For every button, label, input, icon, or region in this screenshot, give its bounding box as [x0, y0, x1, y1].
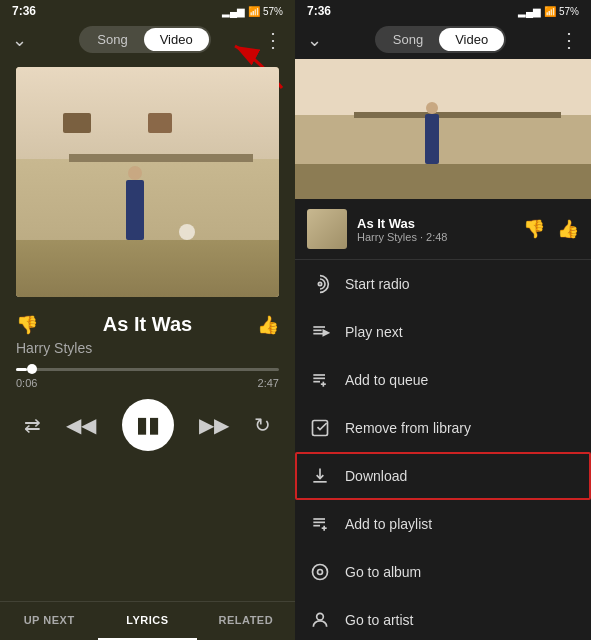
figure: [126, 180, 144, 240]
related-tab[interactable]: RELATED: [197, 602, 295, 640]
menu-item-start-radio[interactable]: Start radio: [295, 260, 591, 308]
video-ceiling: [295, 59, 591, 115]
album-art: [16, 67, 279, 297]
time-total: 2:47: [258, 377, 279, 389]
shelf: [69, 154, 253, 162]
context-menu-list: Start radio Play next: [295, 260, 591, 640]
menu-item-remove-library[interactable]: Remove from library: [295, 404, 591, 452]
svg-marker-5: [323, 330, 328, 335]
battery-icon: 57%: [263, 6, 283, 17]
song-artist: Harry Styles: [0, 340, 295, 364]
tab-switcher: Song Video: [79, 26, 210, 53]
context-menu-header: As It Was Harry Styles · 2:48 👎 👍: [295, 199, 591, 260]
menu-item-play-next[interactable]: Play next: [295, 308, 591, 356]
song-title: As It Was: [103, 313, 192, 336]
room-floor: [16, 240, 279, 298]
svg-point-20: [317, 613, 324, 620]
context-thumbs-down-icon[interactable]: 👎: [523, 218, 545, 240]
menu-item-download[interactable]: Download: [295, 452, 591, 500]
progress-track[interactable]: [16, 368, 279, 371]
context-song-sub: Harry Styles · 2:48: [357, 231, 513, 243]
progress-fill: [16, 368, 27, 371]
right-video-tab[interactable]: Video: [439, 28, 504, 51]
progress-thumb: [27, 364, 37, 374]
room-scene: [16, 67, 279, 297]
right-panel: 7:36 ▂▄▆ 📶 57% ⌄ Song Video ⋮ As It Was …: [295, 0, 591, 640]
left-time: 7:36: [12, 4, 36, 18]
video-shelf: [354, 112, 561, 118]
more-options-button[interactable]: ⋮: [263, 28, 283, 52]
shuffle-icon[interactable]: ⇄: [24, 413, 41, 437]
up-next-tab[interactable]: UP NEXT: [0, 602, 98, 640]
right-time: 7:36: [307, 4, 331, 18]
menu-item-add-playlist[interactable]: Add to playlist: [295, 500, 591, 548]
lamp: [179, 224, 195, 240]
artist-icon: [309, 609, 331, 631]
song-tab[interactable]: Song: [81, 28, 143, 51]
right-chevron-down-icon[interactable]: ⌄: [307, 29, 322, 51]
lyrics-tab[interactable]: LYRICS: [98, 602, 196, 640]
menu-label-go-album: Go to album: [345, 564, 421, 580]
right-song-tab[interactable]: Song: [377, 28, 439, 51]
video-floor: [295, 164, 591, 199]
time-labels: 0:06 2:47: [0, 375, 295, 391]
context-song-info: As It Was Harry Styles · 2:48: [357, 216, 513, 243]
right-tab-switcher: Song Video: [375, 26, 506, 53]
pause-button[interactable]: ▮▮: [122, 399, 174, 451]
playback-controls: ⇄ ◀◀ ▮▮ ▶▶ ↻: [0, 391, 295, 459]
left-status-bar: 7:36 ▂▄▆ 📶 57%: [0, 0, 295, 22]
video-room-scene: [295, 59, 591, 199]
remove-library-icon: [309, 417, 331, 439]
album-icon: [309, 561, 331, 583]
right-signal-icon: ▂▄▆: [518, 6, 541, 17]
menu-label-start-radio: Start radio: [345, 276, 410, 292]
add-playlist-icon: [309, 513, 331, 535]
pause-icon: ▮▮: [136, 412, 160, 438]
right-wifi-icon: 📶: [544, 6, 556, 17]
video-tab[interactable]: Video: [144, 28, 209, 51]
radio-icon: [309, 273, 331, 295]
left-status-icons: ▂▄▆ 📶 57%: [222, 6, 283, 17]
context-thumbs-up-icon[interactable]: 👍: [557, 218, 579, 240]
menu-item-go-album[interactable]: Go to album: [295, 548, 591, 596]
right-top-bar: ⌄ Song Video ⋮: [295, 22, 591, 59]
menu-item-add-queue[interactable]: Add to queue: [295, 356, 591, 404]
previous-icon[interactable]: ◀◀: [66, 413, 96, 437]
context-song-thumbnail: [307, 209, 347, 249]
svg-point-1: [318, 282, 321, 285]
menu-label-go-artist: Go to artist: [345, 612, 413, 628]
shelf-item-2: [148, 113, 172, 133]
menu-item-go-artist[interactable]: Go to artist: [295, 596, 591, 640]
right-more-options-button[interactable]: ⋮: [559, 28, 579, 52]
svg-rect-11: [313, 421, 328, 436]
signal-icon: ▂▄▆: [222, 6, 245, 17]
add-queue-icon: [309, 369, 331, 391]
menu-label-download: Download: [345, 468, 407, 484]
thumbs-down-icon[interactable]: 👎: [16, 314, 38, 336]
thumbs-up-icon[interactable]: 👍: [257, 314, 279, 336]
svg-point-19: [318, 570, 323, 575]
album-art-image: [16, 67, 279, 297]
bottom-tabs: UP NEXT LYRICS RELATED: [0, 601, 295, 640]
menu-label-add-queue: Add to queue: [345, 372, 428, 388]
play-next-icon: [309, 321, 331, 343]
download-icon: [309, 465, 331, 487]
shelf-item: [63, 113, 91, 133]
song-info: 👎 As It Was 👍: [0, 305, 295, 340]
chevron-down-icon[interactable]: ⌄: [12, 29, 27, 51]
right-status-icons: ▂▄▆ 📶 57%: [518, 6, 579, 17]
left-top-bar: ⌄ Song Video ⋮: [0, 22, 295, 59]
wifi-icon: 📶: [248, 6, 260, 17]
svg-point-18: [313, 565, 328, 580]
right-status-bar: 7:36 ▂▄▆ 📶 57%: [295, 0, 591, 22]
progress-bar-container[interactable]: [0, 364, 295, 375]
repeat-icon[interactable]: ↻: [254, 413, 271, 437]
right-battery-icon: 57%: [559, 6, 579, 17]
context-thumb-icons: 👎 👍: [523, 218, 579, 240]
menu-label-add-playlist: Add to playlist: [345, 516, 432, 532]
context-song-title: As It Was: [357, 216, 513, 231]
video-thumbnail: [295, 59, 591, 199]
next-icon[interactable]: ▶▶: [199, 413, 229, 437]
time-current: 0:06: [16, 377, 37, 389]
menu-label-play-next: Play next: [345, 324, 403, 340]
